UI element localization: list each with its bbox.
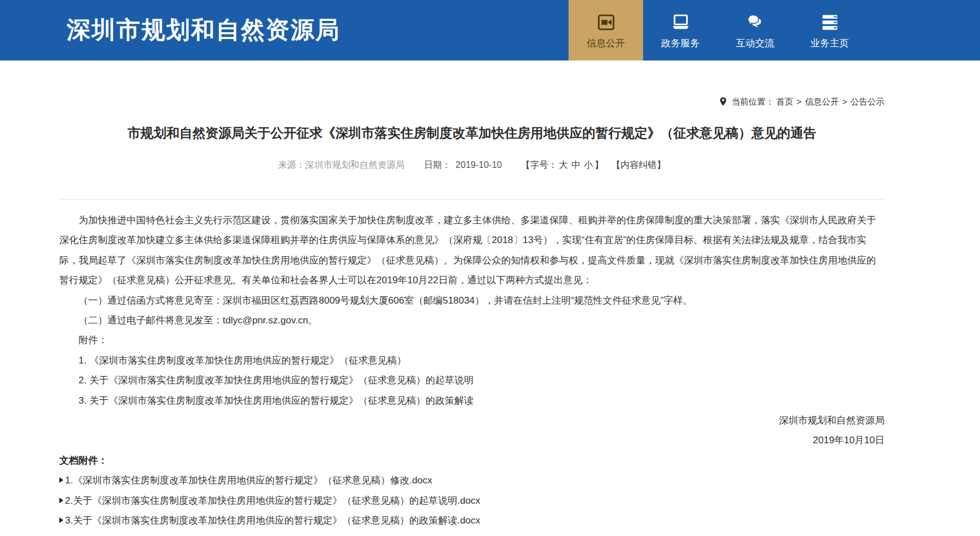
doc-attachments-title: 文档附件： (59, 451, 884, 470)
nav-item-business-home[interactable]: 业务主页 (792, 0, 867, 60)
nav-item-gov-services[interactable]: 政务服务 (643, 0, 718, 60)
chat-bubbles-icon (745, 12, 765, 32)
doc-attachment-link-2[interactable]: 2.关于《深圳市落实住房制度改革加快住房用地供应的暂行规定》（征求意见稿）的起草… (59, 491, 884, 511)
font-size-small-button[interactable]: 小 (584, 160, 593, 170)
meta-date-value: 2019-10-10 (456, 160, 502, 170)
paragraph-method-mail: （一）通过信函方式将意见寄至：深圳市福田区红荔西路8009号规划大厦606室（邮… (59, 291, 884, 310)
doc-attachment-link-1[interactable]: 1.《深圳市落实住房制度改革加快住房用地供应的暂行规定》（征求意见稿）修改.do… (59, 470, 884, 490)
breadcrumb-separator: > (796, 97, 801, 106)
font-size-open: 【字号： (521, 160, 557, 170)
meta-date-label: 日期： (424, 160, 451, 170)
page-title: 市规划和自然资源局关于公开征求《深圳市落实住房制度改革加快住房用地供应的暂行规定… (59, 124, 884, 141)
doc-attachment-link-3[interactable]: 3.关于《深圳市落实住房制度改革加快住房用地供应的暂行规定》（征求意见稿）的政策… (59, 511, 884, 530)
site-logo-title[interactable]: 深圳市规划和自然资源局 (67, 0, 340, 60)
document-video-icon (596, 12, 616, 32)
breadcrumb-label: 当前位置： (731, 97, 774, 106)
breadcrumb-link-home[interactable]: 首页 (776, 97, 793, 106)
meta-source: 来源：深圳市规划和自然资源局 (278, 160, 405, 170)
doc-attachment-link-text: 3.关于《深圳市落实住房制度改革加快住房用地供应的暂行规定》（征求意见稿）的政策… (65, 515, 480, 526)
attachment-item-2: 2. 关于《深圳市落实住房制度改革加快住房用地供应的暂行规定》（征求意见稿）的起… (59, 370, 884, 390)
doc-attachment-link-text: 2.关于《深圳市落实住房制度改革加快住房用地供应的暂行规定》（征求意见稿）的起草… (65, 495, 480, 506)
paragraph-method-email: （二）通过电子邮件将意见发至：tdlyc@pnr.sz.gov.cn。 (59, 310, 884, 330)
nav-item-label: 业务主页 (810, 38, 849, 48)
breadcrumb-link-info-disclosure[interactable]: 信息公开 (805, 97, 839, 106)
location-pin-icon (719, 97, 727, 106)
nav-item-info-disclosure[interactable]: 信息公开 (569, 0, 643, 60)
paragraph: 为加快推进中国特色社会主义先行示范区建设，贯彻落实国家关于加快住房制度改革，建立… (59, 210, 884, 291)
nav-item-label: 政务服务 (661, 38, 700, 48)
signature-date: 2019年10月10日 (59, 430, 884, 450)
laptop-icon (671, 12, 691, 32)
signature: 深圳市规划和自然资源局 (59, 410, 884, 430)
main-nav: 信息公开 政务服务 互动交流 (569, 0, 867, 60)
attachment-item-3: 3. 关于《深圳市落实住房制度改革加快住房用地供应的暂行规定》（征求意见稿）的政… (59, 391, 884, 410)
content-container: 当前位置：首页>信息公开>公告公示 市规划和自然资源局关于公开征求《深圳市落实住… (59, 60, 884, 531)
font-size-selector: 【字号：大中小】 (521, 160, 604, 170)
content-correction-button[interactable]: 【内容纠错】 (612, 160, 666, 170)
site-header: 深圳市规划和自然资源局 信息公开 政务服务 互动交流 (0, 0, 980, 60)
article-body: 为加快推进中国特色社会主义先行示范区建设，贯彻落实国家关于加快住房制度改革，建立… (59, 210, 884, 451)
nav-item-interaction[interactable]: 互动交流 (718, 0, 792, 60)
font-size-large-button[interactable]: 大 (559, 160, 568, 170)
breadcrumb: 当前位置：首页>信息公开>公告公示 (59, 60, 884, 107)
triangle-marker-icon (59, 517, 63, 523)
font-size-close: 】 (595, 160, 604, 170)
nav-item-label: 互动交流 (736, 38, 774, 48)
triangle-marker-icon (59, 498, 63, 503)
paragraph-attachment-heading: 附件： (59, 330, 884, 350)
font-size-medium-button[interactable]: 中 (571, 160, 580, 170)
attachment-item-1: 1. 《深圳市落实住房制度改革加快住房用地供应的暂行规定》（征求意见稿） (59, 351, 884, 370)
breadcrumb-link-announcements[interactable]: 公告公示 (851, 97, 884, 106)
triangle-marker-icon (59, 477, 63, 483)
article-meta: 来源：深圳市规划和自然资源局日期：2019-10-10【字号：大中小】【内容纠错… (59, 159, 884, 171)
breadcrumb-separator: > (842, 97, 847, 106)
nav-item-label: 信息公开 (587, 38, 625, 48)
doc-attachment-link-text: 1.《深圳市落实住房制度改革加快住房用地供应的暂行规定》（征求意见稿）修改.do… (65, 475, 432, 486)
server-list-icon (820, 12, 840, 32)
divider (59, 199, 884, 200)
doc-attachments-section: 文档附件： 1.《深圳市落实住房制度改革加快住房用地供应的暂行规定》（征求意见稿… (59, 451, 884, 531)
